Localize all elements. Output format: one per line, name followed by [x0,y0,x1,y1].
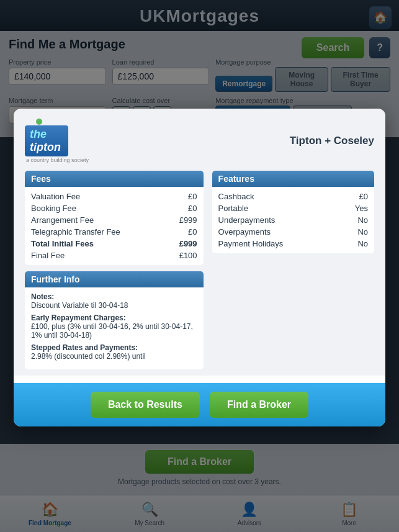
stepped-rates-block: Stepped Rates and Payments: 2.98% (disco… [31,343,197,361]
features-body: Cashback £0 Portable Yes Underpayments N… [212,187,374,253]
find-broker-button[interactable]: Find a Broker [210,392,308,418]
telegraphic-value: £0 [188,227,197,237]
further-info-header: Further Info [25,271,204,287]
modal-body: the tipton a country building society Ti… [14,109,385,376]
fee-row-valuation: Valuation Fee £0 [31,191,197,202]
arrangement-label: Arrangement Fee [31,215,94,225]
modal-columns: Fees Valuation Fee £0 Booking Fee £0 Arr… [25,171,374,376]
early-repayment-label: Early Repayment Charges: [31,313,126,322]
portable-label: Portable [218,204,248,213]
final-value: £100 [179,251,197,260]
tipton-brand-text: the tipton [25,125,68,156]
right-column: Features Cashback £0 Portable Yes Underp… [212,171,374,376]
modal-footer: Back to Results Find a Broker [14,383,385,426]
fee-row-arrangement: Arrangement Fee £999 [31,214,197,226]
mortgage-detail-modal: the tipton a country building society Ti… [14,109,385,426]
total-label: Total Initial Fees [31,239,94,248]
underpayments-label: Underpayments [218,215,276,225]
overpayments-label: Overpayments [218,227,271,237]
payment-holidays-value: No [357,239,368,248]
valuation-label: Valuation Fee [31,192,80,201]
stepped-rates-value: 2.98% (discounted col 2.98%) until [31,352,146,361]
notes-value: Discount Variable til 30-04-18 [31,301,128,310]
stepped-rates-label: Stepped Rates and Payments: [31,343,138,352]
valuation-value: £0 [188,192,197,201]
booking-label: Booking Fee [31,204,76,213]
payment-holidays-label: Payment Holidays [218,239,284,248]
tipton-logo: the tipton a country building society [25,119,89,163]
back-to-results-button[interactable]: Back to Results [91,392,200,418]
final-label: Final Fee [31,251,65,260]
arrangement-value: £999 [179,215,197,225]
booking-value: £0 [188,204,197,213]
fee-row-telegraphic: Telegraphic Transfer Fee £0 [31,226,197,238]
feature-row-overpayments: Overpayments No [218,226,368,238]
overpayments-value: No [357,227,368,237]
further-body: Notes: Discount Variable til 30-04-18 Ea… [25,287,204,369]
features-header: Features [212,171,374,187]
total-value: £999 [179,239,197,248]
fee-row-final: Final Fee £100 [31,250,197,261]
left-column: Fees Valuation Fee £0 Booking Fee £0 Arr… [25,171,204,376]
early-repayment-block: Early Repayment Charges: £100, plus (3% … [31,313,197,340]
telegraphic-label: Telegraphic Transfer Fee [31,227,120,237]
cashback-value: £0 [359,192,368,201]
feature-row-cashback: Cashback £0 [218,191,368,202]
feature-row-payment-holidays: Payment Holidays No [218,238,368,250]
further-info-section: Further Info Notes: Discount Variable ti… [25,271,204,369]
feature-row-portable: Portable Yes [218,202,368,214]
fees-body: Valuation Fee £0 Booking Fee £0 Arrangem… [25,187,204,265]
tipton-sub-text: a country building society [26,157,89,163]
notes-block: Notes: Discount Variable til 30-04-18 [31,292,197,310]
portable-value: Yes [355,204,368,213]
modal-header: the tipton a country building society Ti… [25,119,374,163]
fees-section: Fees Valuation Fee £0 Booking Fee £0 Arr… [25,171,204,265]
notes-label: Notes: [31,292,54,301]
underpayments-value: No [357,215,368,225]
fee-row-total: Total Initial Fees £999 [31,238,197,250]
the-text: the [30,128,47,140]
features-section: Features Cashback £0 Portable Yes Underp… [212,171,374,253]
tipton-name-text: tipton [30,141,61,153]
early-repayment-value: £100, plus (3% until 30-04-16, 2% until … [31,322,193,340]
fee-row-booking: Booking Fee £0 [31,202,197,214]
tipton-dot [36,119,42,125]
lender-name: Tipton + Coseley [290,135,374,147]
cashback-label: Cashback [218,192,254,201]
fees-header: Fees [25,171,204,187]
feature-row-underpayments: Underpayments No [218,214,368,226]
